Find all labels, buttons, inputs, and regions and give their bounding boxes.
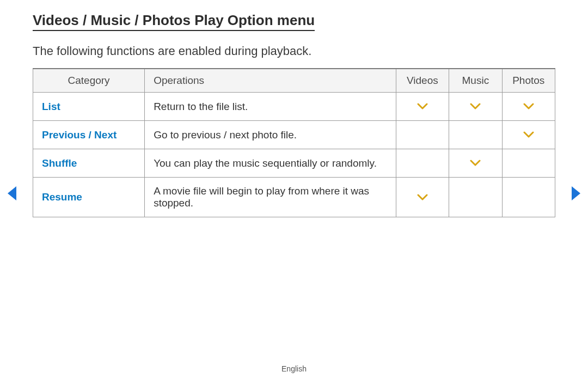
row-category: List bbox=[33, 93, 145, 121]
col-header-operations: Operations bbox=[145, 69, 396, 93]
row-videos-cell bbox=[396, 121, 449, 149]
row-videos-cell bbox=[396, 149, 449, 178]
row-photos-cell bbox=[502, 93, 555, 121]
table-row: Previous / NextGo to previous / next pho… bbox=[33, 121, 555, 149]
row-music-cell bbox=[449, 178, 502, 217]
svg-marker-0 bbox=[8, 186, 16, 200]
check-icon bbox=[523, 129, 534, 141]
check-icon bbox=[523, 100, 534, 112]
table-row: ShuffleYou can play the music sequential… bbox=[33, 149, 555, 178]
table-body: ListReturn to the file list.Previous / N… bbox=[33, 93, 555, 217]
check-icon bbox=[417, 100, 428, 112]
row-music-cell bbox=[449, 93, 502, 121]
check-icon bbox=[417, 191, 428, 203]
row-category: Shuffle bbox=[33, 149, 145, 178]
svg-marker-1 bbox=[572, 186, 580, 200]
row-photos-cell bbox=[502, 178, 555, 217]
row-operations: Go to previous / next photo file. bbox=[145, 121, 396, 149]
row-operations: You can play the music sequentially or r… bbox=[145, 149, 396, 178]
row-photos-cell bbox=[502, 121, 555, 149]
table-row: ListReturn to the file list. bbox=[33, 93, 555, 121]
col-header-videos: Videos bbox=[396, 69, 449, 93]
intro-text: The following functions are enabled duri… bbox=[33, 44, 555, 58]
check-icon bbox=[470, 100, 481, 112]
row-videos-cell bbox=[396, 178, 449, 217]
triangle-right-icon bbox=[569, 185, 583, 202]
page-title: Videos / Music / Photos Play Option menu bbox=[33, 12, 315, 31]
check-icon bbox=[470, 157, 481, 169]
table-row: ResumeA movie file will begin to play fr… bbox=[33, 178, 555, 217]
footer-language: English bbox=[0, 364, 588, 373]
options-table: Category Operations Videos Music Photos … bbox=[33, 68, 555, 217]
row-photos-cell bbox=[502, 149, 555, 178]
row-videos-cell bbox=[396, 93, 449, 121]
row-category: Previous / Next bbox=[33, 121, 145, 149]
col-header-category: Category bbox=[33, 69, 145, 93]
row-music-cell bbox=[449, 149, 502, 178]
prev-page-arrow[interactable] bbox=[5, 185, 19, 202]
row-music-cell bbox=[449, 121, 502, 149]
table-header-row: Category Operations Videos Music Photos bbox=[33, 69, 555, 93]
triangle-left-icon bbox=[5, 185, 19, 202]
next-page-arrow[interactable] bbox=[569, 185, 583, 202]
row-operations: A movie file will begin to play from whe… bbox=[145, 178, 396, 217]
col-header-photos: Photos bbox=[502, 69, 555, 93]
row-category: Resume bbox=[33, 178, 145, 217]
row-operations: Return to the file list. bbox=[145, 93, 396, 121]
col-header-music: Music bbox=[449, 69, 502, 93]
